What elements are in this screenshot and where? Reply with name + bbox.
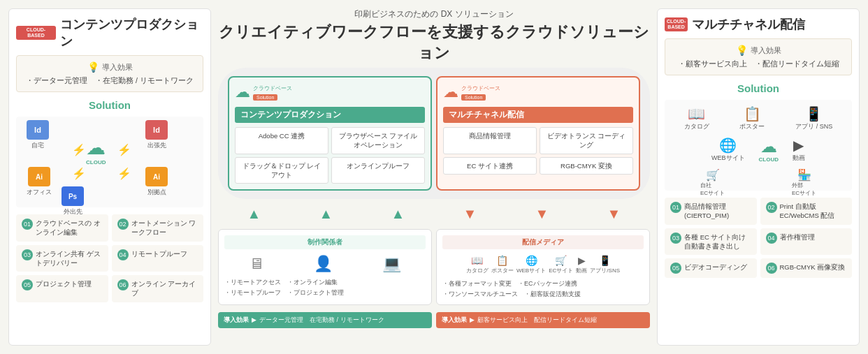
solution-box-right-funcs: 商品情報管理 ビデオトランス コーディング EC サイト連携 RGB-CMYK …	[443, 127, 633, 175]
poster-label: ポスター	[491, 267, 514, 274]
left-panel-header: CLOUD- BASED コンテンツプロダクション	[16, 16, 203, 50]
left-features-grid: 01 クラウドベースの オンライン編集 02 オートメーション ワークフロー 0…	[16, 214, 203, 302]
feature-text-6: オンライン アーカイブ	[131, 279, 198, 298]
func-left-2: ドラッグ＆ドロップ レイアウト	[235, 157, 328, 184]
feature-item-1: 01 クラウドベースの オンライン編集	[16, 214, 108, 242]
ext-ec-node: 🏪 外部ECサイト	[792, 168, 816, 197]
right-feature-num-3: 03	[670, 233, 681, 244]
right-feature-item-6: 06 RGB-CMYK 画像変換	[760, 258, 853, 278]
left-panel: CLOUD- BASED コンテンツプロダクション 💡 導入効果 ・データー元管…	[8, 8, 211, 346]
solution-box-left-header: ☁ クラウドベース Solution	[235, 83, 425, 101]
feature-num-3: 03	[22, 249, 33, 260]
feature-num-2: 02	[117, 219, 129, 230]
solution-box-left-title: コンテンツプロダクション	[235, 107, 425, 123]
left-intro-header: 💡 導入効果	[24, 61, 196, 73]
lightning1: ⚡	[72, 143, 86, 156]
right-feature-text-4: 著作権管理	[780, 233, 815, 242]
feature-item-6: 06 オンライン アーカイブ	[112, 275, 204, 302]
left-solution-title: Solution	[16, 99, 203, 111]
right-feature-text-1: 商品情報管理 (CIERTO_PIM)	[684, 202, 751, 221]
media-sns: 📱 アプリ/SNS	[590, 255, 620, 274]
right-feature-item-3: 03 各種 EC サイト向け 自動書き書き出し	[665, 228, 757, 256]
cloud-label: CLOUD	[86, 159, 106, 165]
func-left-0: Adobe CC 連携	[235, 127, 328, 154]
solution-box-right-badge: Solution	[461, 94, 486, 101]
right-intro-content: ・顧客サービス向上 ・配信リードタイム短縮	[672, 59, 844, 69]
poster-diag-icon: 📋	[744, 105, 761, 122]
left-solution-section: Solution Id 自宅 Id 出張先 ☁ CLOUD Ai オフィス	[16, 99, 203, 207]
arrows-row: ▲ ▲ ▲ ▼ ▼ ▼	[218, 203, 650, 225]
solution-box-right-header: ☁ クラウドベース Solution	[443, 83, 633, 101]
bottom-box-left-header: 制作関係者	[224, 235, 426, 249]
bottom-left-line-1: ・リモートアクセス ・オンライン編集	[224, 277, 426, 287]
arrow-down-2: ▼	[535, 206, 549, 222]
page-wrapper: CLOUD- BASED コンテンツプロダクション 💡 導入効果 ・データー元管…	[0, 0, 868, 354]
own-ec-icon: 🛒	[706, 168, 720, 182]
right-node-poster: 📋 ポスター	[739, 105, 765, 131]
solution-box-right-title: マルチチャネル配信	[443, 107, 633, 123]
app-diag-label: アプリ / SNS	[795, 122, 832, 131]
poster-diag-label: ポスター	[739, 122, 765, 131]
func-right-1: ビデオトランス コーディング	[540, 127, 633, 154]
effect-box-right: 導入効果 ▶ 顧客サービス向上 配信リードタイム短縮	[436, 312, 650, 328]
right-feature-num-2: 02	[766, 202, 777, 213]
label-office: オフィス	[27, 188, 52, 197]
node-home: Id 自宅	[27, 120, 49, 150]
center-header: 印刷ビジネスのための DX ソリューション クリエイティブワークフローを支援する…	[218, 8, 650, 64]
bottom-box-right-header: 配信メディア	[442, 235, 644, 249]
center-subtitle: 印刷ビジネスのための DX ソリューション	[218, 8, 650, 20]
effect-arrow-right: ▶	[470, 316, 475, 323]
media-catalog: 📖 カタログ	[466, 255, 489, 274]
arrow-down-3: ▼	[607, 206, 621, 222]
person-icon-3: 💻	[382, 255, 401, 273]
feature-text-1: クラウドベースの オンライン編集	[36, 219, 103, 237]
feature-text-2: オートメーション ワークフロー	[131, 219, 198, 237]
arrow-up-2: ▲	[319, 206, 333, 222]
lightning3: ⚡	[72, 167, 86, 180]
right-node-app: 📱 アプリ / SNS	[795, 105, 832, 131]
right-features-grid: 01 商品情報管理 (CIERTO_PIM) 02 Print 自動版 EC/W…	[665, 198, 852, 278]
label-outside: 外出先	[64, 207, 82, 216]
right-solution-title: Solution	[665, 82, 852, 94]
right-feature-num-1: 01	[670, 202, 681, 213]
effect-label-left: 導入効果	[224, 316, 249, 325]
left-intro-label: 導入効果	[102, 62, 133, 73]
lightning4: ⚡	[117, 167, 131, 180]
arrow-up-1: ▲	[247, 206, 261, 222]
video-diag-icon: ▶	[793, 137, 804, 154]
left-intro-content: ・データー元管理 ・在宅勤務 / リモートワーク	[24, 76, 196, 86]
poster-icon: 📋	[496, 255, 508, 266]
app-diag-icon: 📱	[805, 105, 823, 122]
ext-ec-icon: 🏪	[797, 168, 811, 182]
solution-box-left-funcs: Adobe CC 連携 ブラウザベース ファイルオペレーション ドラッグ＆ドロッ…	[235, 127, 425, 184]
catalog-label: カタログ	[466, 267, 489, 274]
left-panel-title: コンテンツプロダクション	[60, 16, 203, 50]
web-label: WEBサイト	[516, 267, 546, 274]
node-trip: Id 出張先	[145, 120, 168, 150]
center-title: クリエイティブワークフローを支援するクラウドソリューション	[218, 22, 650, 64]
right-feature-text-3: 各種 EC サイト向け 自動書き書き出し	[684, 233, 751, 251]
right-feature-text-6: RGB-CMYK 画像変換	[780, 263, 846, 272]
ec-icon: 🛒	[555, 255, 567, 266]
func-right-0: 商品情報管理	[443, 127, 537, 154]
bulb-icon-left: 💡	[87, 61, 99, 73]
cloud-icon-right-box: ☁	[443, 83, 458, 101]
feature-num-1: 01	[22, 219, 33, 230]
label-trip: 出張先	[147, 141, 166, 150]
icon-ps: Ps	[62, 186, 84, 206]
bottom-box-right-text: ・各種フォーマット変更 ・ECパッケージ連携 ・ワンソースマルチユース ・顧客販…	[442, 279, 644, 299]
left-intro-box: 💡 導入効果 ・データー元管理 ・在宅勤務 / リモートワーク	[16, 55, 203, 92]
solution-box-right: ☁ クラウドベース Solution マルチチャネル配信 商品情報管理 ビデオト…	[436, 76, 640, 191]
right-intro-header: 💡 導入効果	[672, 45, 844, 56]
bottom-right-line-2: ・ワンソースマルチユース ・顧客販促活動支援	[442, 289, 644, 299]
right-solution-section: Solution 📖 カタログ 📋 ポスター 📱 アプリ / SNS	[665, 82, 852, 191]
video-icon: ▶	[578, 255, 586, 266]
func-right-2: EC サイト連携	[443, 157, 537, 175]
effect-row: 導入効果 ▶ データー元管理 在宅勤務 / リモートワーク 導入効果 ▶ 顧客サ…	[218, 312, 650, 328]
effect-items-left: データー元管理 在宅勤務 / リモートワーク	[259, 316, 384, 325]
feature-num-6: 06	[117, 279, 129, 290]
icon-ai2: Ai	[145, 167, 168, 186]
icon-id2: Id	[145, 120, 168, 140]
media-web: 🌐 WEBサイト	[516, 255, 546, 274]
right-feature-text-5: ビデオコーディング	[684, 263, 747, 272]
